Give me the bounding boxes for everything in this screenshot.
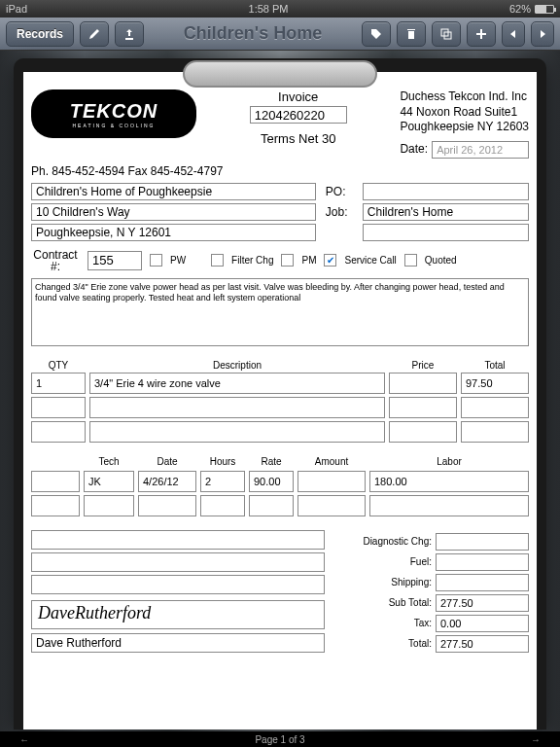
price-field[interactable]	[389, 373, 457, 394]
gtotal-label: Total:	[334, 638, 432, 649]
memo3[interactable]	[31, 575, 325, 594]
labor-blank[interactable]	[31, 471, 80, 492]
tax-label: Tax:	[334, 618, 432, 628]
invoice-label: Invoice	[204, 89, 392, 104]
add-button[interactable]	[467, 21, 496, 47]
diag-label: Diagnostic Chg:	[334, 536, 432, 547]
labor-field2[interactable]	[369, 495, 529, 516]
signer-name[interactable]: Dave Rutherford	[31, 633, 325, 653]
service-label: Service Call	[344, 255, 396, 266]
filter-checkbox[interactable]	[211, 254, 224, 267]
service-checkbox[interactable]: ✔	[324, 254, 336, 267]
extra-field[interactable]	[363, 224, 529, 241]
fuel-field[interactable]	[436, 553, 529, 571]
company-street: 44 Noxon Road Suite1	[400, 105, 529, 121]
tech-header: Tech	[84, 456, 134, 467]
price-field[interactable]	[389, 421, 457, 443]
desc-field[interactable]	[89, 397, 385, 418]
po-label: PO:	[326, 185, 359, 198]
delete-button[interactable]	[397, 21, 426, 47]
gtotal-field[interactable]: 277.50	[436, 635, 529, 653]
duplicate-button[interactable]	[432, 21, 461, 47]
status-bar: iPad 1:58 PM 62%	[0, 0, 560, 18]
tax-field[interactable]: 0.00	[436, 615, 529, 632]
customer-name[interactable]: Children's Home of Poughkeepsie	[31, 183, 316, 200]
linetotal-field[interactable]: 97.50	[461, 373, 529, 394]
desc-header: Description	[89, 360, 385, 371]
amount-header: Amount	[298, 456, 366, 467]
date-field[interactable]: April 26, 2012	[432, 141, 529, 159]
rate-header: Rate	[249, 456, 294, 467]
next-button[interactable]	[531, 21, 554, 47]
diag-field[interactable]	[436, 533, 529, 551]
hours-field2[interactable]	[200, 495, 245, 516]
amount-field[interactable]	[298, 471, 366, 492]
export-button[interactable]	[115, 21, 144, 47]
qty-field[interactable]: 1	[31, 373, 86, 394]
fuel-label: Fuel:	[334, 556, 432, 567]
notes-field[interactable]: Changed 3/4" Erie zone valve power head …	[31, 278, 529, 346]
sub-label: Sub Total:	[334, 597, 432, 608]
labor-blank2[interactable]	[31, 495, 80, 516]
date-label: Date:	[400, 142, 428, 158]
linetotal-field[interactable]	[461, 421, 529, 443]
linetotal-field[interactable]	[461, 397, 529, 418]
ship-label: Shipping:	[334, 577, 432, 587]
job-label: Job:	[326, 205, 359, 219]
price-field[interactable]	[389, 397, 457, 418]
memo1[interactable]	[31, 530, 325, 550]
qty-field[interactable]	[31, 397, 86, 418]
total-header: Total	[461, 360, 529, 371]
footer-prev-icon[interactable]: ←	[19, 734, 29, 745]
hours-header: Hours	[200, 456, 245, 467]
qty-header: QTY	[31, 360, 86, 371]
tech-field[interactable]: JK	[84, 471, 134, 492]
pm-checkbox[interactable]	[281, 254, 294, 267]
invoice-number[interactable]: 1204260220	[250, 106, 347, 124]
company-name: Duchess Tekcon Ind. Inc	[400, 89, 529, 105]
price-header: Price	[389, 360, 457, 371]
battery-pct: 62%	[509, 3, 531, 15]
prev-button[interactable]	[502, 21, 525, 47]
customer-city[interactable]: Poughkeepsie, N Y 12601	[31, 224, 316, 241]
contract-field[interactable]: 155	[88, 251, 142, 270]
amount-field2[interactable]	[298, 495, 366, 516]
clip-icon	[183, 60, 377, 88]
page-title: Children's Home	[150, 23, 356, 44]
ldate-field[interactable]: 4/26/12	[138, 471, 196, 492]
clock: 1:58 PM	[249, 3, 289, 15]
rate-field[interactable]: 90.00	[249, 471, 294, 492]
tag-button[interactable]	[362, 21, 391, 47]
labor-header: Labor	[369, 456, 529, 467]
footer: ← Page 1 of 3 →	[0, 731, 560, 747]
tech-field2[interactable]	[84, 495, 134, 516]
footer-next-icon[interactable]: →	[531, 734, 541, 745]
device-label: iPad	[6, 3, 27, 15]
records-button[interactable]: Records	[6, 21, 74, 47]
filter-label: Filter Chg	[231, 255, 273, 266]
desc-field[interactable]	[89, 421, 385, 443]
logo-tagline: HEATING & COOLING	[72, 123, 155, 128]
po-field[interactable]	[363, 183, 529, 200]
pw-checkbox[interactable]	[150, 254, 162, 267]
ldate-field2[interactable]	[138, 495, 196, 516]
customer-addr[interactable]: 10 Children's Way	[31, 203, 316, 221]
labor-field[interactable]: 180.00	[369, 471, 529, 492]
quoted-checkbox[interactable]	[404, 254, 417, 267]
pm-label: PM	[301, 255, 316, 266]
hours-field[interactable]: 2	[200, 471, 245, 492]
company-logo: TEKCON HEATING & COOLING	[31, 89, 196, 138]
phone-label: Ph. 845-452-4594 Fax 845-452-4797	[31, 164, 223, 178]
qty-field[interactable]	[31, 421, 86, 443]
logo-text: TEKCON	[70, 100, 158, 123]
sub-field[interactable]: 277.50	[436, 594, 529, 612]
battery-icon	[535, 5, 554, 14]
edit-button[interactable]	[80, 21, 109, 47]
rate-field2[interactable]	[249, 495, 294, 516]
ship-field[interactable]	[436, 574, 529, 591]
terms-label: Terms Net 30	[204, 131, 392, 146]
memo2[interactable]	[31, 552, 325, 572]
signature-field[interactable]: DaveRutherford	[31, 600, 325, 629]
desc-field[interactable]: 3/4" Erie 4 wire zone valve	[89, 373, 385, 394]
job-field[interactable]: Children's Home	[363, 203, 529, 221]
